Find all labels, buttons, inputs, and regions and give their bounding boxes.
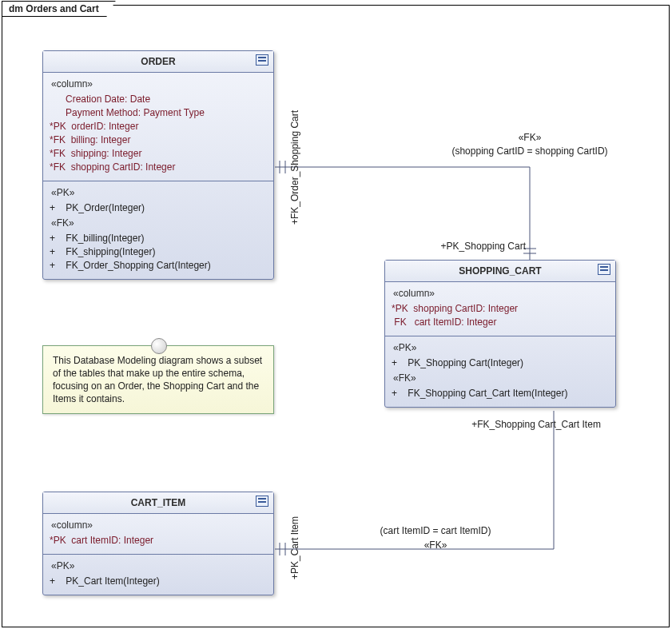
assoc-join: (shopping CartID = shopping CartID) — [418, 145, 642, 157]
column-row: *FK shopping CartID: Integer — [50, 161, 267, 174]
assoc2-join: (cart ItemID = cart ItemID) — [348, 525, 523, 536]
column-stereotype: «column» — [393, 285, 609, 302]
assoc2-fk-stereo: «FK» — [348, 539, 523, 551]
pk-op: + PK_Shopping Cart(Integer) — [392, 356, 609, 370]
column-row: *PK cart ItemID: Integer — [50, 534, 267, 547]
pk-op: + PK_Cart Item(Integer) — [50, 575, 267, 588]
entity-cart-item-header: CART_ITEM — [43, 492, 273, 514]
assoc-role-pk: +PK_Shopping Cart — [410, 241, 526, 252]
fk-op: + FK_Shopping Cart_Cart Item(Integer) — [392, 387, 609, 400]
pk-op: + PK_Order(Integer) — [50, 201, 267, 215]
keys-section: «PK» + PK_Shopping Cart(Integer) «FK» + … — [385, 336, 615, 407]
columns-section: «column» *PK cart ItemID: Integer — [43, 514, 273, 555]
pk-stereotype: «PK» — [393, 340, 609, 356]
column-row: *PK shopping CartID: Integer — [392, 302, 609, 316]
fk-op: + FK_billing(Integer) — [50, 232, 267, 245]
fk-stereotype: «FK» — [393, 370, 609, 387]
fk-stereotype: «FK» — [51, 215, 267, 232]
column-row: *PK orderID: Integer — [50, 120, 267, 133]
note-text: This Database Modeling diagram shows a s… — [53, 355, 262, 404]
diagram-title: dm Orders and Cart — [2, 1, 116, 17]
note-pin-icon — [151, 338, 167, 354]
diagram-note: This Database Modeling diagram shows a s… — [42, 345, 274, 414]
entity-shopping-cart-header: SHOPPING_CART — [385, 261, 615, 282]
assoc-role-fk: +FK_Order_Shopping Cart — [289, 95, 300, 239]
table-icon — [256, 496, 268, 507]
column-row: *FK shipping: Integer — [50, 147, 267, 161]
entity-title: ORDER — [141, 56, 175, 67]
column-stereotype: «column» — [51, 76, 267, 93]
table-icon — [598, 264, 610, 275]
keys-section: «PK» + PK_Cart Item(Integer) — [43, 555, 273, 595]
entity-order[interactable]: ORDER «column» Creation Date: Date Payme… — [42, 50, 274, 280]
entity-title: CART_ITEM — [131, 497, 186, 508]
columns-section: «column» *PK shopping CartID: Integer FK… — [385, 282, 615, 336]
diagram-frame: dm Orders and Cart ORDER «column» Creati… — [2, 5, 670, 627]
column-row: Creation Date: Date — [50, 93, 267, 106]
pk-stereotype: «PK» — [51, 185, 267, 201]
table-icon — [256, 54, 268, 66]
entity-shopping-cart[interactable]: SHOPPING_CART «column» *PK shopping Cart… — [384, 260, 616, 408]
entity-title: SHOPPING_CART — [459, 265, 541, 277]
keys-section: «PK» + PK_Order(Integer) «FK» + FK_billi… — [43, 181, 273, 279]
pk-stereotype: «PK» — [51, 558, 267, 575]
column-row: Payment Method: Payment Type — [50, 106, 267, 120]
columns-section: «column» Creation Date: Date Payment Met… — [43, 73, 273, 181]
column-row: FK cart ItemID: Integer — [392, 316, 609, 329]
assoc-fk-stereo: «FK» — [450, 132, 610, 143]
fk-op: + FK_Order_Shopping Cart(Integer) — [50, 259, 267, 273]
entity-order-header: ORDER — [43, 51, 273, 73]
column-stereotype: «column» — [51, 517, 267, 534]
fk-op: + FK_shipping(Integer) — [50, 245, 267, 259]
assoc2-role-fk: +FK_Shopping Cart_Cart Item — [448, 419, 624, 430]
entity-cart-item[interactable]: CART_ITEM «column» *PK cart ItemID: Inte… — [42, 492, 274, 595]
column-row: *FK billing: Integer — [50, 133, 267, 147]
assoc2-role-pk: +PK_Cart Item — [289, 500, 300, 595]
